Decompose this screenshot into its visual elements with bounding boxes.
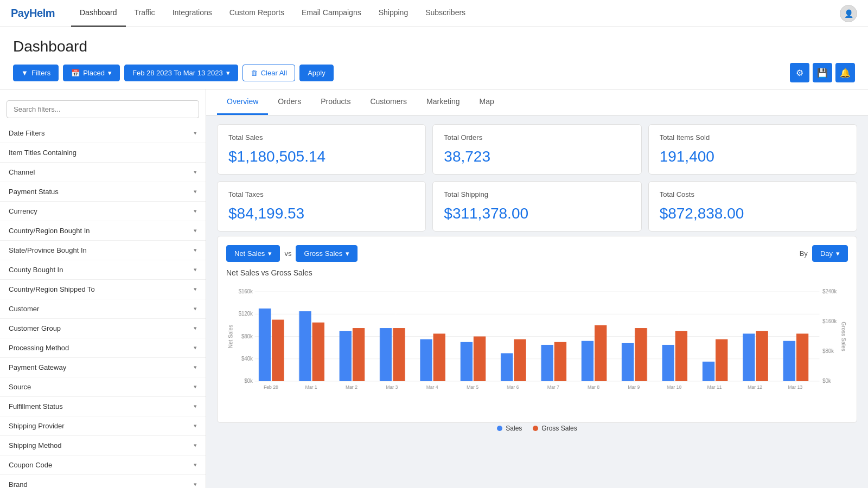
chevron-down-icon-5: ▾ <box>836 249 840 258</box>
chevron-down-icon-2: ▾ <box>226 69 230 77</box>
metric-value: $1,180,505.14 <box>228 148 414 165</box>
placed-label: Placed <box>83 69 105 77</box>
metric-value: 38,723 <box>444 148 630 165</box>
by-label: By <box>800 249 808 258</box>
filter-item[interactable]: Customer▾ <box>0 299 206 319</box>
filter-item[interactable]: Brand▾ <box>0 475 206 488</box>
nav-items: Dashboard Traffic Integrations Custom Re… <box>71 0 840 27</box>
filter-item[interactable]: Date Filters▾ <box>0 124 206 143</box>
chart-bars <box>226 284 848 419</box>
nav-integrations[interactable]: Integrations <box>164 0 221 27</box>
filter-item[interactable]: Shipping Method▾ <box>0 436 206 455</box>
metric-card: Total Shipping$311,378.00 <box>432 181 641 232</box>
metric-label: Total Orders <box>444 133 630 142</box>
metric-value: $311,378.00 <box>444 205 630 222</box>
filter-item[interactable]: Source▾ <box>0 377 206 397</box>
content-area: Overview Orders Products Customers Marke… <box>206 89 868 488</box>
metric-value: 191,400 <box>660 148 846 165</box>
settings-icon-button[interactable]: ⚙ <box>790 63 809 82</box>
net-sales-label: Net Sales <box>234 249 265 258</box>
filter-item[interactable]: Fulfillment Status▾ <box>0 397 206 416</box>
toolbar: ▼ Filters 📅 Placed ▾ Feb 28 2023 To Mar … <box>13 63 855 82</box>
tab-map[interactable]: Map <box>470 89 504 115</box>
filter-item[interactable]: County Bought In▾ <box>0 260 206 280</box>
filter-icon: ▼ <box>21 69 28 77</box>
filter-list: Date Filters▾Item Titles ContainingChann… <box>0 124 206 488</box>
nav-email-campaigns[interactable]: Email Campaigns <box>293 0 370 27</box>
tab-products[interactable]: Products <box>311 89 360 115</box>
gross-sales-label: Gross Sales <box>304 249 342 258</box>
calendar-icon: 📅 <box>71 69 80 77</box>
filter-item[interactable]: Channel▾ <box>0 163 206 182</box>
filter-item[interactable]: Payment Gateway▾ <box>0 358 206 377</box>
metric-value: $872,838.00 <box>660 205 846 222</box>
notification-icon-button[interactable]: 🔔 <box>835 63 855 82</box>
filter-item[interactable]: Country/Region Bought In▾ <box>0 221 206 241</box>
top-nav: PayHelm Dashboard Traffic Integrations C… <box>0 0 868 27</box>
filters-button[interactable]: ▼ Filters <box>13 65 59 81</box>
filters-label: Filters <box>31 69 50 77</box>
search-box <box>0 95 206 124</box>
trash-icon: 🗑 <box>251 69 258 77</box>
metric-card: Total Costs$872,838.00 <box>648 181 857 232</box>
chevron-down-icon: ▾ <box>108 69 112 77</box>
nav-traffic[interactable]: Traffic <box>126 0 164 27</box>
legend-gross-label: Gross Sales <box>541 425 577 432</box>
tab-overview[interactable]: Overview <box>217 89 268 115</box>
filter-item[interactable]: Item Titles Containing <box>0 143 206 163</box>
legend-sales-dot <box>497 426 502 431</box>
date-range-button[interactable]: Feb 28 2023 To Mar 13 2023 ▾ <box>124 65 238 81</box>
apply-button[interactable]: Apply <box>299 65 334 81</box>
main-layout: Date Filters▾Item Titles ContainingChann… <box>0 89 868 488</box>
chart-wrapper: Sales Gross Sales <box>226 284 848 414</box>
metric-label: Total Costs <box>660 190 846 198</box>
save-icon-button[interactable]: 💾 <box>813 63 832 82</box>
chart-controls-right: By Day ▾ <box>800 245 848 262</box>
user-avatar[interactable]: 👤 <box>840 5 857 22</box>
nav-dashboard[interactable]: Dashboard <box>71 0 126 27</box>
filter-item[interactable]: Payment Status▾ <box>0 182 206 202</box>
vs-text: vs <box>284 249 291 258</box>
chart-canvas <box>226 284 848 403</box>
filter-item[interactable]: Processing Method▾ <box>0 338 206 358</box>
search-input[interactable] <box>7 100 199 118</box>
placed-button[interactable]: 📅 Placed ▾ <box>63 65 120 81</box>
metric-value: $84,199.53 <box>228 205 414 222</box>
chart-controls: Net Sales ▾ vs Gross Sales ▾ By Day ▾ <box>226 245 848 262</box>
filter-item[interactable]: Coupon Code▾ <box>0 455 206 475</box>
chevron-down-icon-4: ▾ <box>346 249 349 258</box>
filter-item[interactable]: Shipping Provider▾ <box>0 416 206 436</box>
chevron-down-icon-3: ▾ <box>268 249 272 258</box>
tab-customers[interactable]: Customers <box>360 89 417 115</box>
page-header: Dashboard ▼ Filters 📅 Placed ▾ Feb 28 20… <box>0 27 868 89</box>
tabs-bar: Overview Orders Products Customers Marke… <box>206 89 868 115</box>
nav-subscribers[interactable]: Subscribers <box>417 0 474 27</box>
day-button[interactable]: Day ▾ <box>812 245 848 262</box>
tab-marketing[interactable]: Marketing <box>417 89 469 115</box>
clear-all-button[interactable]: 🗑 Clear All <box>242 65 295 81</box>
metric-card: Total Items Sold191,400 <box>648 124 857 175</box>
page-title: Dashboard <box>13 38 855 55</box>
metric-label: Total Shipping <box>444 190 630 198</box>
nav-custom-reports[interactable]: Custom Reports <box>221 0 293 27</box>
clear-all-label: Clear All <box>261 69 287 77</box>
filter-item[interactable]: Customer Group▾ <box>0 319 206 338</box>
metric-card: Total Orders38,723 <box>432 124 641 175</box>
metrics-grid: Total Sales$1,180,505.14Total Orders38,7… <box>206 115 868 236</box>
tab-orders[interactable]: Orders <box>268 89 311 115</box>
filter-item[interactable]: Currency▾ <box>0 202 206 221</box>
filter-item[interactable]: State/Province Bought In▾ <box>0 241 206 260</box>
legend-sales: Sales <box>497 425 522 432</box>
metric-label: Total Items Sold <box>660 133 846 142</box>
user-icon: 👤 <box>844 9 853 18</box>
nav-shipping[interactable]: Shipping <box>370 0 417 27</box>
gross-sales-button[interactable]: Gross Sales ▾ <box>296 245 358 262</box>
day-label: Day <box>820 249 833 258</box>
metric-label: Total Sales <box>228 133 414 142</box>
net-sales-button[interactable]: Net Sales ▾ <box>226 245 280 262</box>
metric-label: Total Taxes <box>228 190 414 198</box>
chart-legend: Sales Gross Sales <box>226 425 848 432</box>
metric-card: Total Taxes$84,199.53 <box>217 181 426 232</box>
filter-item[interactable]: Country/Region Shipped To▾ <box>0 280 206 299</box>
legend-sales-label: Sales <box>506 425 522 432</box>
